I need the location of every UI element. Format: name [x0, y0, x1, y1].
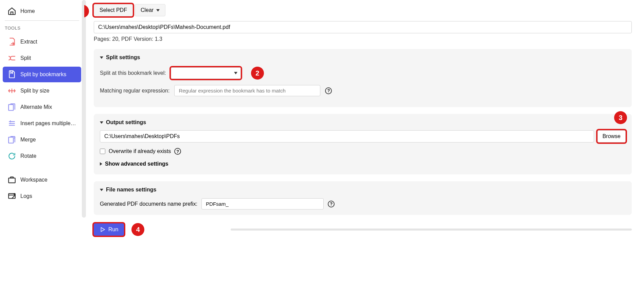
nav-merge[interactable]: Merge — [3, 132, 81, 148]
svg-rect-2 — [8, 178, 15, 183]
insert-pages-icon — [7, 119, 16, 128]
svg-point-4 — [14, 193, 15, 195]
progress-bar — [231, 229, 632, 231]
nav-split-label: Split — [20, 55, 31, 61]
filenames-settings-panel: File names settings Generated PDF docume… — [94, 181, 632, 215]
nav-insert-label: Insert pages multiple t... — [20, 120, 76, 126]
nav-home-label: Home — [20, 8, 35, 14]
chevron-down-icon — [234, 72, 237, 74]
home-icon — [7, 7, 16, 16]
filenames-title: File names settings — [106, 187, 157, 193]
run-label: Run — [108, 226, 118, 233]
nav-split-size-label: Split by size — [20, 88, 49, 94]
play-icon — [100, 226, 106, 233]
select-pdf-label: Select PDF — [100, 7, 127, 13]
prefix-input[interactable] — [201, 198, 324, 209]
regex-input[interactable] — [174, 85, 320, 96]
select-pdf-button[interactable]: Select PDF — [94, 4, 133, 16]
help-icon[interactable]: ? — [328, 201, 335, 207]
filenames-header[interactable]: File names settings — [100, 187, 626, 193]
output-settings-header[interactable]: Output settings — [100, 119, 626, 125]
alternate-mix-icon — [7, 103, 16, 112]
regex-label: Matching regular expression: — [100, 88, 169, 94]
callout-1: 1 — [84, 5, 89, 18]
split-settings-panel: Split settings Split at this bookmark le… — [94, 49, 632, 107]
nav-split-by-bookmarks[interactable]: Split by bookmarks — [3, 67, 81, 82]
nav-merge-label: Merge — [20, 137, 36, 143]
workspace-icon — [7, 175, 16, 184]
output-settings-panel: 3 Output settings Browse Overwrite if al… — [94, 114, 632, 174]
nav-logs-label: Logs — [20, 193, 32, 199]
browse-button[interactable]: Browse — [597, 130, 626, 142]
overwrite-checkbox[interactable] — [100, 149, 105, 154]
rotate-icon — [7, 152, 16, 161]
split-settings-header[interactable]: Split settings — [100, 54, 626, 61]
pdf-info: Pages: 20, PDF Version: 1.3 — [94, 36, 632, 42]
browse-label: Browse — [603, 133, 621, 139]
split-icon — [7, 54, 16, 63]
bookmark-level-select[interactable] — [171, 67, 241, 79]
output-path-input[interactable] — [100, 130, 594, 142]
advanced-label: Show advanced settings — [105, 161, 168, 167]
toolbar: Select PDF Clear — [94, 4, 632, 16]
split-settings-title: Split settings — [106, 54, 140, 61]
nav-insert-pages[interactable]: Insert pages multiple t... — [3, 116, 81, 131]
nav-altmix-label: Alternate Mix — [20, 104, 52, 110]
help-icon[interactable]: ? — [325, 87, 332, 94]
nav-workspace-label: Workspace — [20, 177, 48, 183]
callout-2: 2 — [251, 67, 264, 80]
clear-button[interactable]: Clear — [135, 4, 165, 16]
split-bookmarks-icon — [7, 70, 16, 79]
nav-split[interactable]: Split — [3, 50, 81, 66]
nav-rotate[interactable]: Rotate — [3, 148, 81, 164]
clear-label: Clear — [141, 7, 154, 13]
help-icon[interactable]: ? — [174, 148, 181, 155]
divider — [5, 20, 79, 21]
sidebar: Home TOOLS Extract Split Split by — [0, 0, 84, 287]
nav-split-bookmarks-label: Split by bookmarks — [20, 71, 66, 78]
expand-icon — [100, 162, 102, 166]
overwrite-label: Overwrite if already exists — [109, 148, 171, 154]
callout-4: 4 — [131, 223, 144, 236]
collapse-icon — [100, 56, 103, 59]
nav-alternate-mix[interactable]: Alternate Mix — [3, 99, 81, 115]
main-content: 1 Select PDF Clear Pages: 20, PDF Versio… — [84, 0, 644, 287]
nav-split-by-size[interactable]: Split by size — [3, 83, 81, 99]
output-settings-title: Output settings — [106, 119, 146, 125]
input-pdf-path[interactable] — [94, 21, 632, 33]
collapse-icon — [100, 121, 103, 124]
chevron-down-icon — [156, 9, 160, 12]
collapse-icon — [100, 189, 103, 191]
svg-rect-0 — [8, 104, 13, 110]
split-size-icon — [7, 86, 16, 95]
svg-rect-1 — [8, 137, 13, 143]
callout-3: 3 — [614, 111, 627, 124]
bookmark-level-label: Split at this bookmark level: — [100, 70, 166, 76]
nav-logs[interactable]: Logs — [3, 188, 81, 204]
tools-header: TOOLS — [3, 23, 81, 34]
nav-rotate-label: Rotate — [20, 153, 36, 159]
nav-extract[interactable]: Extract — [3, 34, 81, 50]
nav-extract-label: Extract — [20, 39, 37, 45]
merge-icon — [7, 135, 16, 144]
run-button[interactable]: Run — [94, 223, 124, 236]
prefix-label: Generated PDF documents name prefix: — [100, 201, 197, 207]
nav-workspace[interactable]: Workspace — [3, 172, 81, 188]
extract-icon — [7, 37, 16, 46]
nav-home[interactable]: Home — [3, 3, 81, 19]
logs-icon — [7, 192, 16, 201]
show-advanced-toggle[interactable]: Show advanced settings — [100, 155, 626, 169]
